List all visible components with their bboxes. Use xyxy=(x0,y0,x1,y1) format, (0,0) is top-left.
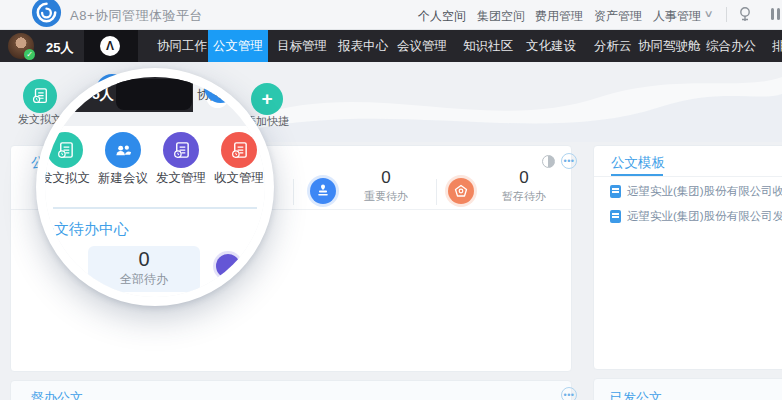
template-list-item[interactable]: 远望实业(集团)股份有限公司发文流程 xyxy=(610,209,782,224)
tab-meetings[interactable]: 会议管理 xyxy=(397,30,447,62)
document-icon xyxy=(56,141,75,160)
tab-collaboration[interactable]: 协同工作 xyxy=(157,30,207,62)
template-item-text: 远望实业(集团)股份有限公司收文流程 xyxy=(627,184,782,199)
divider xyxy=(594,176,782,177)
tab-clipped[interactable]: 排 xyxy=(772,30,782,62)
sent-doc-title: 已发公文 xyxy=(610,389,662,400)
tab-goals[interactable]: 目标管理 xyxy=(277,30,327,62)
important-todo-label: 重要待办 xyxy=(351,189,421,204)
file-icon xyxy=(610,185,621,198)
saved-todo-label: 暂存待办 xyxy=(489,189,559,204)
more-icon[interactable]: ••• xyxy=(561,387,577,400)
all-todo-stat-tile[interactable]: 0 全部待办 xyxy=(88,246,200,292)
draft-doc-label: 发文拟文 xyxy=(45,170,95,187)
doc-template-title: 公文模板 xyxy=(611,154,665,172)
file-icon xyxy=(610,210,621,223)
quick-draft-doc-button[interactable] xyxy=(23,79,57,113)
plus-icon: + xyxy=(261,89,272,108)
a8-portal-page: A8+协同管理体验平台 个人空间 集团空间 费用管理 资产管理 人事管理 ∨ ✓… xyxy=(0,0,782,400)
stamp-icon xyxy=(310,178,336,204)
top-menu-group-space[interactable]: 集团空间 xyxy=(477,8,525,25)
divider xyxy=(293,179,294,205)
received-doc-manage-label: 收文管理 xyxy=(209,170,265,187)
top-bar: A8+协同管理体验平台 个人空间 集团空间 费用管理 资产管理 人事管理 ∨ xyxy=(0,0,782,30)
sent-doc-manage-label: 发文管理 xyxy=(151,170,211,187)
people-icon xyxy=(114,141,133,160)
important-todo-value: 0 xyxy=(351,168,421,188)
supervise-doc-card: 督办公文 ••• xyxy=(10,380,572,400)
new-meeting-button[interactable] xyxy=(105,132,141,168)
seal-icon xyxy=(448,178,474,204)
magnified-user-count: 5人 xyxy=(92,86,114,104)
top-menu-expense[interactable]: 费用管理 xyxy=(535,8,583,25)
doc-template-card: 公文模板 远望实业(集团)股份有限公司收文流程 远望实业(集团)股份有限公司发文… xyxy=(593,145,782,370)
template-item-text: 远望实业(集团)股份有限公司发文流程 xyxy=(627,209,782,224)
app-title: A8+协同管理体验平台 xyxy=(70,7,203,25)
divider xyxy=(53,207,257,209)
document-icon xyxy=(172,141,191,160)
top-menu-asset[interactable]: 资产管理 xyxy=(594,8,642,25)
more-icon[interactable]: ••• xyxy=(561,153,577,169)
saved-todo-value: 0 xyxy=(489,168,559,188)
video-camera-icon xyxy=(213,79,228,94)
tab-analytics[interactable]: 分析云 xyxy=(594,30,632,62)
received-doc-manage-button[interactable] xyxy=(221,132,257,168)
supervise-doc-title: 督办公文 xyxy=(31,389,83,400)
document-icon xyxy=(31,87,49,105)
tab-reports[interactable]: 报表中心 xyxy=(338,30,388,62)
all-todo-value: 0 xyxy=(88,248,200,270)
template-list-item[interactable]: 远望实业(集团)股份有限公司收文流程 xyxy=(610,184,782,199)
tab-culture[interactable]: 文化建设 xyxy=(526,30,576,62)
chevron-down-icon[interactable]: ∨ xyxy=(704,8,714,19)
meeting-camera-button[interactable] xyxy=(204,77,237,103)
tab-cockpit[interactable]: 协同驾驶舱 xyxy=(638,30,701,62)
todo-center-title: 公文待办中心 xyxy=(45,220,129,239)
top-menu-personal-space[interactable]: 个人空间 xyxy=(418,8,466,25)
add-shortcut-button[interactable]: + xyxy=(251,83,283,115)
online-status-badge: ✓ xyxy=(24,49,35,60)
v5-logo-icon: Λ xyxy=(100,36,120,56)
draft-doc-button[interactable] xyxy=(47,132,83,168)
contrast-icon[interactable] xyxy=(542,155,555,168)
background-waves xyxy=(240,52,782,142)
tab-general-office[interactable]: 综合办公 xyxy=(706,30,756,62)
magnifier-content: 5人 Λ 协同 xyxy=(45,77,265,297)
notification-icon[interactable] xyxy=(770,6,782,22)
main-nav-bar: ✓ 25人 Λ 协同工作 公文管理 目标管理 报表中心 会议管理 知识社区 文化… xyxy=(0,30,782,62)
divider xyxy=(436,179,437,205)
user-count[interactable]: 25人 xyxy=(46,39,73,57)
seeyon-logo-icon xyxy=(31,0,62,28)
app-switcher-pill[interactable]: Λ xyxy=(84,30,138,62)
tab-official-docs[interactable]: 公文管理 xyxy=(208,30,268,62)
sent-doc-card: 已发公文 xyxy=(593,378,782,400)
contact-pin-icon[interactable] xyxy=(736,5,754,23)
top-menu-hr[interactable]: 人事管理 xyxy=(653,8,701,25)
divider xyxy=(726,7,727,22)
sent-doc-manage-button[interactable] xyxy=(163,132,199,168)
magnified-app-pill: Λ xyxy=(116,79,192,110)
document-icon xyxy=(230,141,249,160)
new-meeting-label: 新建会议 xyxy=(93,170,153,187)
magnifier-overlay: 5人 Λ 协同 xyxy=(36,68,274,306)
all-todo-label: 全部待办 xyxy=(88,271,200,288)
tab-knowledge[interactable]: 知识社区 xyxy=(463,30,513,62)
